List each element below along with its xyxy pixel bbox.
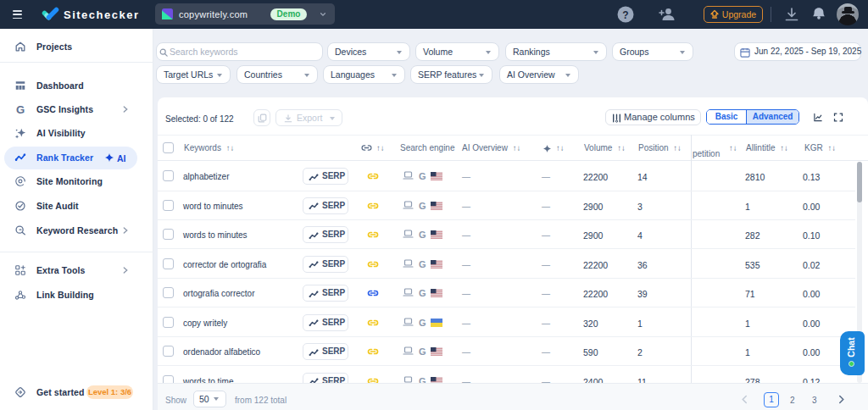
svg-text:G: G bbox=[16, 103, 25, 115]
svg-text:?: ? bbox=[622, 9, 628, 21]
